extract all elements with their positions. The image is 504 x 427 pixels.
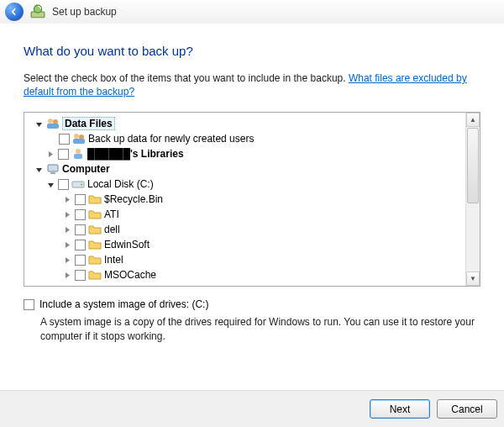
system-image-label: Include a system image of drives: (C:) [39,298,208,310]
tree-node-folder[interactable]: EdwinSoft [26,237,464,252]
tree-node-data-files[interactable]: Data Files [26,116,464,131]
folder-icon [88,223,102,236]
next-button[interactable]: Next [370,399,430,419]
expander-collapse-icon[interactable] [34,119,44,129]
expander-expand-icon[interactable] [45,149,55,159]
checkbox[interactable] [75,240,86,250]
expander-expand-icon[interactable] [62,270,72,280]
svg-point-8 [76,149,81,154]
window-title: Set up backup [52,6,117,18]
footer: Next Cancel [0,390,504,427]
tree-label: MSOCache [104,269,156,281]
svg-point-5 [74,134,79,139]
back-button[interactable] [5,3,24,21]
intro-text-block: Select the check box of the items that y… [24,71,480,98]
tree-label: Computer [62,163,110,175]
tree-node-new-users[interactable]: Back up data for newly created users [26,131,464,146]
tree-label: ATI [104,208,119,220]
svg-rect-7 [73,139,85,144]
users-icon [46,117,60,130]
tree-node-folder[interactable]: $Recycle.Bin [26,192,464,207]
expander-expand-icon[interactable] [62,209,72,219]
checkbox[interactable] [75,224,86,235]
intro-text: Select the check box of the items that y… [24,72,349,84]
tree-node-local-disk[interactable]: Local Disk (C:) [26,177,464,192]
tree-node-folder[interactable]: Intel [26,252,464,267]
checkbox[interactable] [58,149,69,160]
expander-expand-icon[interactable] [62,194,72,204]
tree-label: Data Files [62,117,115,130]
expander-expand-icon[interactable] [62,240,72,250]
tree-node-user-libraries[interactable]: ██████'s Libraries [26,146,464,161]
tree-label: Local Disk (C:) [87,178,154,190]
tree-node-computer[interactable]: Computer [26,161,464,177]
tree-scroll-area[interactable]: Data Files Back up data for newly create… [24,113,465,286]
svg-rect-10 [48,165,58,171]
expander-expand-icon[interactable] [62,224,72,235]
scroll-thumb[interactable] [467,128,479,203]
system-image-section: Include a system image of drives: (C:) A… [24,298,480,342]
tree-label: Intel [104,254,123,266]
expander-collapse-icon[interactable] [45,179,55,189]
checkbox[interactable] [58,179,69,190]
tree-node-folder[interactable]: MSOCache [26,267,464,282]
checkbox[interactable] [59,134,70,145]
folder-icon [88,268,102,282]
backup-drive-icon [30,4,45,19]
arrow-left-icon [9,7,19,17]
tree-label: EdwinSoft [104,239,150,250]
svg-rect-4 [47,124,59,129]
svg-rect-11 [50,172,55,174]
titlebar: Set up backup [0,0,504,24]
folder-icon [88,238,102,251]
user-icon [71,147,85,161]
cancel-button[interactable]: Cancel [437,399,497,419]
folder-icon [88,192,102,206]
drive-icon [71,177,85,191]
page-heading: What do you want to back up? [24,44,480,58]
tree-node-folder[interactable]: ATI [26,207,464,222]
users-icon [72,132,86,145]
system-image-description: A system image is a copy of the drives r… [40,315,477,342]
system-image-checkbox[interactable] [24,299,34,310]
tree-label: dell [104,224,120,235]
scroll-up-button[interactable]: ▲ [466,113,480,127]
checkbox[interactable] [75,209,86,220]
svg-point-13 [81,184,82,186]
expander-collapse-icon[interactable] [34,164,44,174]
folder-icon [88,208,102,221]
checkbox[interactable] [75,255,86,266]
expander-expand-icon[interactable] [62,255,72,265]
backup-items-tree: Data Files Back up data for newly create… [24,112,480,287]
scroll-down-button[interactable]: ▼ [466,271,480,286]
content-area: What do you want to back up? Select the … [0,24,504,343]
tree-node-folder[interactable]: dell [26,222,464,237]
tree-label: ██████'s Libraries [87,148,184,160]
checkbox[interactable] [75,194,86,205]
scrollbar[interactable]: ▲ ▼ [465,113,480,286]
folder-icon [88,253,102,266]
svg-rect-9 [74,154,82,159]
tree-label: $Recycle.Bin [104,193,163,205]
svg-point-2 [48,119,53,124]
checkbox[interactable] [75,270,86,281]
computer-icon [46,162,60,176]
tree-label: Back up data for newly created users [88,133,254,145]
